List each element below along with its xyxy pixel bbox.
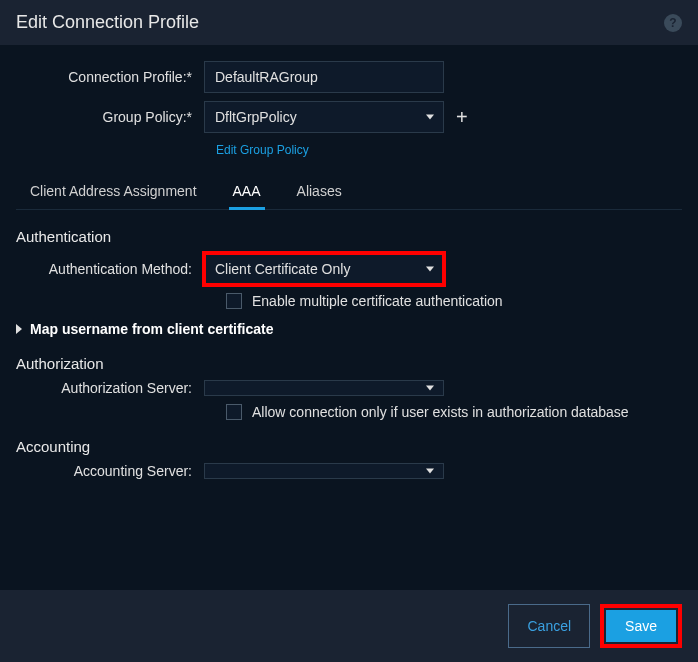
authentication-section-title: Authentication xyxy=(16,228,682,245)
enable-multi-cert-label: Enable multiple certificate authenticati… xyxy=(252,293,503,309)
group-policy-select[interactable]: DfltGrpPolicy xyxy=(204,101,444,133)
enable-multi-cert-checkbox[interactable] xyxy=(226,293,242,309)
group-policy-label: Group Policy:* xyxy=(24,109,204,125)
accounting-section-title: Accounting xyxy=(16,438,682,455)
auth-method-row: Authentication Method: Client Certificat… xyxy=(16,253,682,285)
dialog-header: Edit Connection Profile ? xyxy=(0,0,698,45)
authz-server-value xyxy=(204,380,444,396)
save-button[interactable]: Save xyxy=(606,610,676,642)
allow-only-checkbox[interactable] xyxy=(226,404,242,420)
group-policy-row: Group Policy:* DfltGrpPolicy + xyxy=(16,101,682,133)
auth-method-label: Authentication Method: xyxy=(24,261,204,277)
auth-method-select[interactable]: Client Certificate Only xyxy=(204,253,444,285)
tabs: Client Address Assignment AAA Aliases xyxy=(16,175,682,210)
connection-profile-row: Connection Profile:* xyxy=(16,61,682,93)
allow-only-row: Allow connection only if user exists in … xyxy=(226,404,682,420)
tab-client-address[interactable]: Client Address Assignment xyxy=(26,175,201,210)
connection-profile-label: Connection Profile:* xyxy=(24,69,204,85)
authz-server-row: Authorization Server: xyxy=(16,380,682,396)
chevron-right-icon xyxy=(16,324,22,334)
help-icon[interactable]: ? xyxy=(664,14,682,32)
acct-server-row: Accounting Server: xyxy=(16,463,682,479)
allow-only-label: Allow connection only if user exists in … xyxy=(252,404,629,420)
authorization-section-title: Authorization xyxy=(16,355,682,372)
acct-server-value xyxy=(204,463,444,479)
edit-connection-dialog: Edit Connection Profile ? Connection Pro… xyxy=(0,0,698,662)
dialog-content: Connection Profile:* Group Policy:* Dflt… xyxy=(0,45,698,590)
save-highlight: Save xyxy=(600,604,682,648)
add-group-policy-button[interactable]: + xyxy=(456,107,468,127)
edit-group-policy-link[interactable]: Edit Group Policy xyxy=(216,143,309,157)
authz-server-label: Authorization Server: xyxy=(24,380,204,396)
authz-server-select[interactable] xyxy=(204,380,444,396)
connection-profile-input[interactable] xyxy=(204,61,444,93)
acct-server-select[interactable] xyxy=(204,463,444,479)
tab-aliases[interactable]: Aliases xyxy=(293,175,346,210)
dialog-title: Edit Connection Profile xyxy=(16,12,199,33)
auth-method-value: Client Certificate Only xyxy=(204,253,444,285)
cancel-button[interactable]: Cancel xyxy=(508,604,590,648)
map-username-expander[interactable]: Map username from client certificate xyxy=(16,321,682,337)
acct-server-label: Accounting Server: xyxy=(24,463,204,479)
dialog-footer: Cancel Save xyxy=(0,590,698,662)
group-policy-value: DfltGrpPolicy xyxy=(204,101,444,133)
enable-multi-cert-row: Enable multiple certificate authenticati… xyxy=(226,293,682,309)
map-username-label: Map username from client certificate xyxy=(30,321,274,337)
tab-aaa[interactable]: AAA xyxy=(229,175,265,210)
